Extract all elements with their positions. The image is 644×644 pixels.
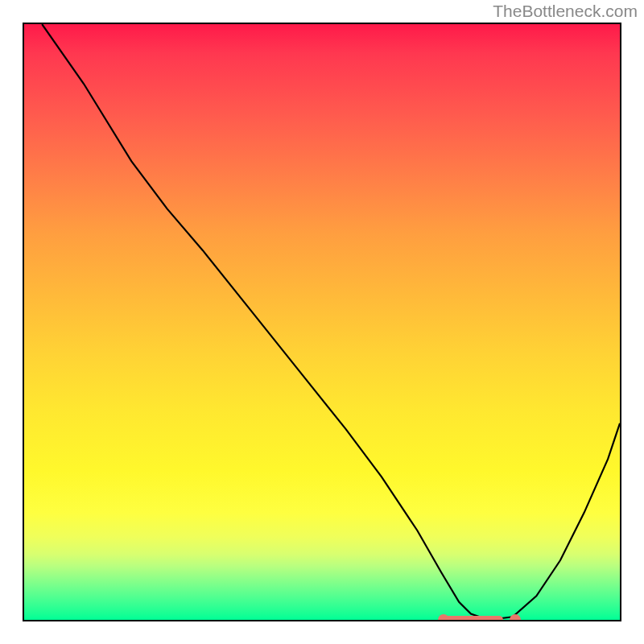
bottleneck-curve — [24, 24, 620, 620]
optimal-point-marker — [510, 614, 521, 621]
watermark-text: TheBottleneck.com — [493, 2, 638, 21]
optimal-range-bar — [444, 616, 503, 621]
chart-plot-area — [23, 23, 621, 621]
optimal-point-marker — [438, 614, 449, 621]
